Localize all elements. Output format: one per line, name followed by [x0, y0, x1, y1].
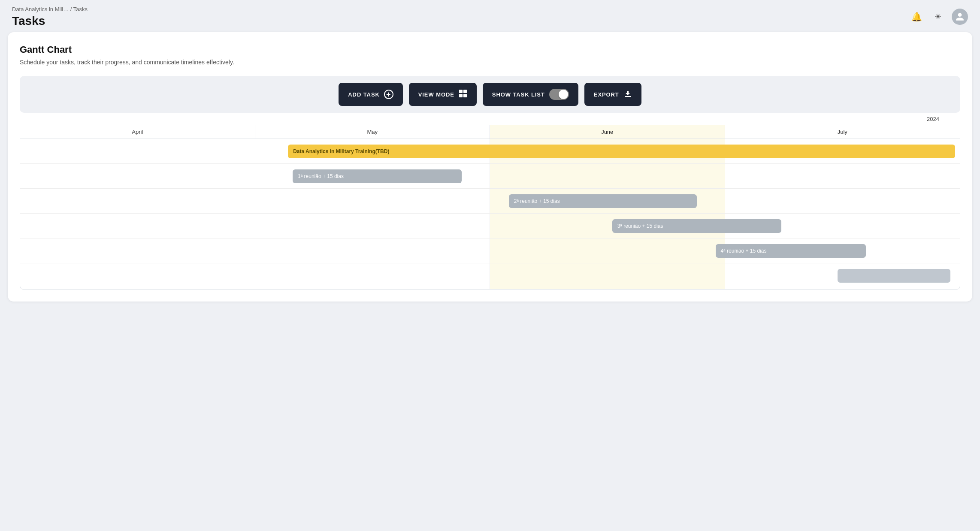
avatar[interactable]: [952, 9, 968, 25]
task-bar-4[interactable]: 3ª reunião + 15 dias: [612, 219, 781, 233]
breadcrumb-parent[interactable]: Data Analytics in Mili…: [12, 6, 69, 12]
task-label-1: Data Analytics in Military Training(TBD): [293, 148, 389, 154]
toggle-knob: [559, 90, 568, 99]
col-june: [490, 139, 725, 289]
download-icon: [623, 90, 632, 100]
month-june: June: [490, 125, 725, 139]
export-button[interactable]: EXPORT: [584, 83, 641, 106]
show-task-list-button[interactable]: SHOW TASK LIST: [483, 83, 578, 106]
add-task-button[interactable]: ADD TASK +: [339, 83, 402, 106]
svg-rect-1: [463, 90, 467, 93]
add-icon: +: [384, 90, 393, 99]
notification-button[interactable]: 🔔: [909, 9, 924, 24]
add-task-label: ADD TASK: [348, 91, 379, 98]
col-july: [725, 139, 960, 289]
svg-rect-2: [459, 94, 463, 97]
card-subtitle: Schedule your tasks, track their progres…: [20, 59, 960, 66]
task-bar-2[interactable]: 1ª reunião + 15 dias: [293, 169, 462, 183]
gantt-year: 2024: [927, 116, 939, 122]
gantt-months-row: April May June July: [20, 125, 960, 139]
task-label-5: 4ª reunião + 15 dias: [721, 248, 767, 254]
month-may: May: [255, 125, 490, 139]
user-icon: [955, 12, 965, 21]
task-label-2: 1ª reunião + 15 dias: [298, 173, 344, 179]
breadcrumb-separator: /: [70, 6, 72, 12]
breadcrumb-current: Tasks: [73, 6, 88, 12]
theme-button[interactable]: ☀: [930, 9, 946, 24]
task-list-toggle[interactable]: [549, 89, 569, 100]
gantt-toolbar: ADD TASK + VIEW MODE SHOW TASK LIST EXPO…: [20, 76, 960, 113]
svg-rect-0: [459, 90, 463, 93]
col-april: [20, 139, 255, 289]
export-label: EXPORT: [594, 91, 619, 98]
task-bar-3[interactable]: 2ª reunião + 15 dias: [509, 194, 697, 208]
card-title: Gantt Chart: [20, 44, 960, 55]
view-mode-label: VIEW MODE: [418, 91, 454, 98]
gantt-body: Data Analytics in Military Training(TBD)…: [20, 139, 960, 289]
month-july: July: [725, 125, 960, 139]
task-label-4: 3ª reunião + 15 dias: [617, 223, 663, 229]
show-task-list-label: SHOW TASK LIST: [492, 91, 545, 98]
bell-icon: 🔔: [911, 12, 922, 22]
col-may: [255, 139, 490, 289]
svg-rect-3: [463, 94, 467, 97]
month-april: April: [20, 125, 255, 139]
task-bar-5[interactable]: 4ª reunião + 15 dias: [716, 244, 866, 258]
grid-icon: [459, 89, 467, 100]
gantt-year-row: 2024: [20, 113, 960, 125]
main-card: Gantt Chart Schedule your tasks, track t…: [8, 32, 972, 302]
gantt-chart: 2024 April May June July: [20, 113, 960, 290]
task-bar-1[interactable]: Data Analytics in Military Training(TBD): [288, 145, 955, 158]
task-label-3: 2ª reunião + 15 dias: [514, 198, 560, 204]
breadcrumb: Data Analytics in Mili… / Tasks: [12, 6, 88, 12]
gantt-column-grid: [20, 139, 960, 289]
page-title: Tasks: [12, 14, 88, 28]
sun-icon: ☀: [935, 12, 941, 21]
view-mode-button[interactable]: VIEW MODE: [409, 83, 477, 106]
task-bar-6[interactable]: [838, 269, 950, 283]
header-icons: 🔔 ☀: [909, 6, 968, 25]
